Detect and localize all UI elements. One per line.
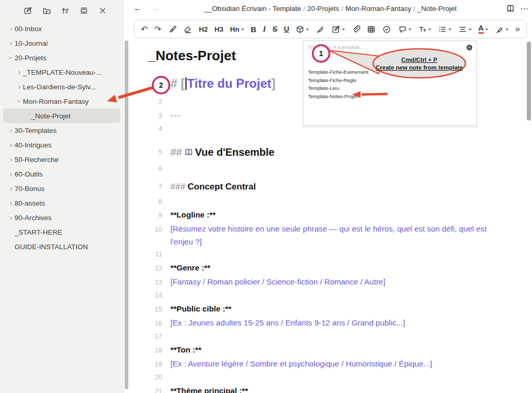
more-tools-button[interactable]: » <box>515 23 520 35</box>
ink-pen-icon[interactable] <box>316 23 325 35</box>
back-button[interactable]: ← <box>129 4 147 13</box>
sidebar-item-00-inbox[interactable]: ›00-Inbox <box>3 21 120 36</box>
reading-view-icon[interactable] <box>506 4 515 13</box>
open-book-icon <box>183 147 194 157</box>
sidebar-item-80-assets[interactable]: ›80-assets <box>3 196 120 210</box>
task-check-icon[interactable] <box>382 23 391 35</box>
redo-button[interactable]: ↷ <box>154 23 161 35</box>
sidebar-item-label: 10-Journal <box>15 39 48 47</box>
sidebar-scrollbar[interactable] <box>125 40 128 389</box>
sidebar-item-label: 20-Projets <box>15 54 47 62</box>
sidebar-item-label: 50-Recherche <box>15 156 59 164</box>
editor-line: 5## Vue d'Ensemble <box>130 142 528 162</box>
sidebar-item-50-recherche[interactable]: ›50-Recherche <box>3 152 120 167</box>
chevron-right-icon[interactable]: › <box>7 25 15 32</box>
bullet-list-icon[interactable] <box>438 23 451 35</box>
line-number: 2 <box>130 96 162 109</box>
sidebar-item-40-intrigues[interactable]: ›40-Intrigues <box>3 138 120 152</box>
chevron-right-icon[interactable]: › <box>7 185 15 192</box>
sidebar-item-20-projets[interactable]: ›20-Projets <box>3 50 120 65</box>
insert-table-icon[interactable] <box>367 23 376 35</box>
line-number: 5 <box>130 146 162 159</box>
text-span: Titre du Projet <box>187 76 271 90</box>
line-content: **Ton :** <box>170 343 202 356</box>
heading-2-button[interactable]: H2 <box>199 23 208 35</box>
italic-button[interactable]: I <box>263 23 266 35</box>
sidebar-item-les-gardiens-de-sylv[interactable]: ›Les-Gardiens-de-Sylv... <box>3 79 120 94</box>
sidebar-item-note-projet[interactable]: _Note-Projet <box>3 109 120 123</box>
highlight-icon[interactable] <box>495 23 509 35</box>
font-color-button[interactable]: A <box>478 23 488 35</box>
sort-order-icon[interactable] <box>59 5 71 16</box>
text-span: # [ <box>170 76 185 90</box>
format-brush-icon[interactable] <box>168 23 177 35</box>
chevron-down-icon[interactable]: › <box>16 98 23 105</box>
line-content: [Résumez votre histoire en une seule phr… <box>170 222 498 248</box>
chevron-down-icon <box>428 29 431 31</box>
line-number: 13 <box>130 276 162 289</box>
line-content: ### Concept Central <box>170 180 256 193</box>
sidebar-item-label: 40-Intrigues <box>15 141 51 149</box>
align-icon[interactable] <box>458 23 472 35</box>
collapse-all-icon[interactable] <box>97 5 108 16</box>
comment-icon[interactable] <box>398 23 411 35</box>
attachment-icon[interactable] <box>352 23 361 35</box>
chevron-right-icon[interactable]: › <box>7 214 15 221</box>
line-number: 8 <box>130 195 162 208</box>
eraser-icon[interactable] <box>183 23 192 35</box>
chevron-right-icon[interactable]: › <box>7 141 15 148</box>
chevron-right-icon[interactable]: › <box>7 156 15 163</box>
breadcrumb-segment[interactable]: __Obsidian Écrivain - Template <box>204 5 301 12</box>
chevron-right-icon[interactable]: › <box>7 170 15 178</box>
text-span: --- <box>170 111 181 119</box>
chevron-right-icon[interactable]: › <box>16 83 23 90</box>
editor-scrollbar[interactable] <box>527 42 531 120</box>
file-explorer-sidebar: ›00-Inbox›10-Journal›20-Projets›_TEMPLAT… <box>0 0 124 393</box>
text-span: [Ex : Jeunes adultes 15-25 ans / Enfants… <box>170 318 405 327</box>
text-size-icon[interactable] <box>418 23 431 35</box>
editor-line: 21**Thème principal :** <box>130 384 528 393</box>
more-options-icon[interactable]: ⋯ <box>520 4 529 13</box>
chevron-down-icon <box>485 29 488 31</box>
compose-icon[interactable] <box>331 23 345 35</box>
line-content: **Genre :** <box>170 261 210 274</box>
chevron-right-icon[interactable]: › <box>7 39 15 47</box>
heading-3-button[interactable]: H3 <box>215 23 223 35</box>
sidebar-item-70-bonus[interactable]: ›70-Bonus <box>3 181 120 196</box>
sidebar-item-label: 60-Outils <box>15 170 43 178</box>
embed-template-item: Template-Lieu <box>308 84 368 92</box>
embed-cube-icon[interactable] <box>296 23 309 35</box>
line-number: 17 <box>130 330 162 343</box>
underline-button[interactable]: U <box>284 23 289 35</box>
strikethrough-button[interactable]: S <box>273 23 277 35</box>
forward-button[interactable]: → <box>147 4 164 13</box>
editor-line: 16[Ex : Jeunes adultes 15-25 ans / Enfan… <box>130 316 528 330</box>
sidebar-item-start-here[interactable]: _START-HERE <box>3 225 120 239</box>
chevron-down-icon[interactable]: › <box>7 54 15 61</box>
chevron-right-icon[interactable]: › <box>7 199 15 207</box>
stacked-panels-icon[interactable] <box>78 5 89 16</box>
bold-button[interactable]: B <box>250 23 256 35</box>
chevron-right-icon[interactable]: › <box>7 127 15 134</box>
embed-template-item: Template-Notes-Projet <box>308 92 368 101</box>
sidebar-item-label: _START-HERE <box>15 228 62 236</box>
sidebar-item-mon-roman-fantasy[interactable]: ›Mon-Roman-Fantasy <box>3 94 120 109</box>
heading-n-button[interactable]: Hn <box>230 23 244 35</box>
undo-button[interactable]: ↶ <box>141 23 148 35</box>
breadcrumb-segment[interactable]: 20-Projets <box>307 5 339 12</box>
sidebar-item-30-templates[interactable]: ›30-Templates <box>3 123 120 138</box>
new-note-icon[interactable] <box>22 5 33 16</box>
sidebar-item-template-nouveau[interactable]: ›_TEMPLATE-Nouveau-... <box>3 65 120 79</box>
chevron-right-icon[interactable]: › <box>16 69 23 76</box>
embed-search-placeholder: Type name of a template... <box>308 45 364 50</box>
breadcrumb-segment[interactable]: Mon-Roman-Fantasy <box>345 5 411 12</box>
sidebar-item-60-outils[interactable]: ›60-Outils <box>3 167 120 181</box>
new-folder-icon[interactable] <box>41 5 52 16</box>
sidebar-item-90-archives[interactable]: ›90-Archives <box>3 210 120 225</box>
sidebar-item-10-journal[interactable]: ›10-Journal <box>3 36 120 50</box>
line-number: 16 <box>130 317 162 330</box>
sidebar-item-label: Les-Gardiens-de-Sylv... <box>23 83 96 91</box>
chevron-down-icon <box>506 29 509 31</box>
breadcrumb-segment[interactable]: _Note-Projet <box>417 5 457 12</box>
sidebar-item-guide-installation[interactable]: GUIDE-INSTALLATION <box>3 239 120 254</box>
